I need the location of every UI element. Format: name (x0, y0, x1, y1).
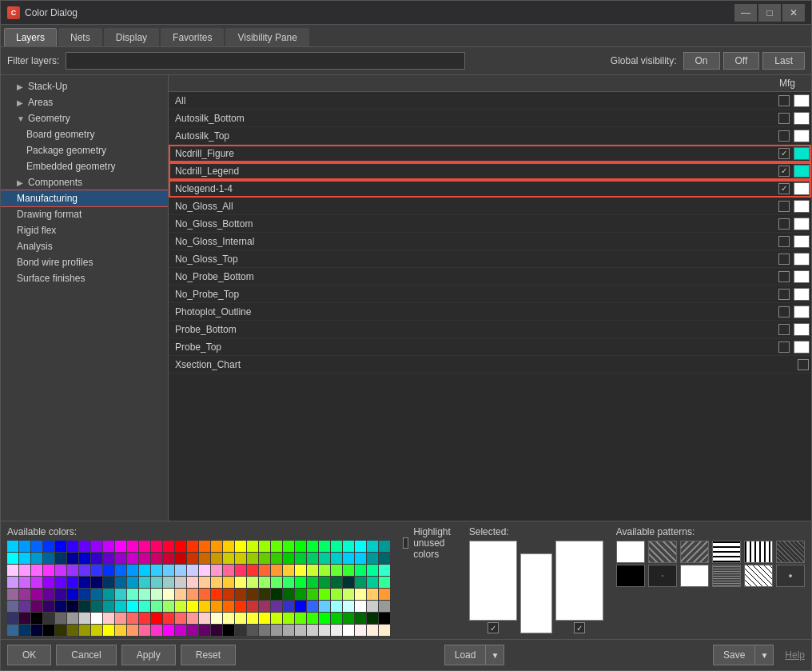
color-cell[interactable] (7, 589, 18, 600)
color-cell[interactable] (175, 589, 186, 600)
color-cell[interactable] (283, 541, 294, 552)
color-cell[interactable] (259, 541, 270, 552)
highlight-unused-checkbox[interactable] (403, 537, 408, 549)
layer-checkbox[interactable] (798, 359, 809, 370)
color-cell[interactable] (7, 577, 18, 588)
color-cell[interactable] (223, 601, 234, 612)
layer-checkbox[interactable] (778, 218, 790, 230)
color-cell[interactable] (247, 625, 258, 636)
color-cell[interactable] (295, 541, 306, 552)
color-cell[interactable] (211, 541, 222, 552)
color-cell[interactable] (151, 589, 162, 600)
color-cell[interactable] (367, 613, 378, 624)
color-cell[interactable] (331, 613, 342, 624)
tab-display[interactable]: Display (104, 28, 159, 46)
color-cell[interactable] (79, 541, 90, 552)
color-cell[interactable] (295, 589, 306, 600)
color-cell[interactable] (19, 565, 30, 576)
color-cell[interactable] (7, 601, 18, 612)
color-cell[interactable] (259, 589, 270, 600)
color-cell[interactable] (247, 613, 258, 624)
pattern-cell[interactable] (680, 565, 709, 587)
color-cell[interactable] (379, 541, 390, 552)
color-cell[interactable] (295, 613, 306, 624)
color-cell[interactable] (223, 541, 234, 552)
color-cell[interactable] (163, 601, 174, 612)
color-cell[interactable] (343, 613, 354, 624)
color-cell[interactable] (223, 565, 234, 576)
color-cell[interactable] (331, 601, 342, 612)
pattern-cell[interactable] (744, 541, 773, 563)
color-cell[interactable] (223, 577, 234, 588)
color-cell[interactable] (175, 577, 186, 588)
color-cell[interactable] (19, 541, 30, 552)
color-cell[interactable] (103, 589, 114, 600)
color-cell[interactable] (163, 553, 174, 564)
color-cell[interactable] (271, 589, 282, 600)
color-cell[interactable] (343, 541, 354, 552)
color-cell[interactable] (307, 565, 318, 576)
layer-color-swatch[interactable] (794, 112, 810, 125)
sidebar-item-stack-up[interactable]: ▶ Stack-Up (1, 78, 168, 94)
color-cell[interactable] (343, 625, 354, 636)
apply-button[interactable]: Apply (121, 645, 176, 665)
color-cell[interactable] (223, 589, 234, 600)
table-row[interactable]: No_Probe_Top (169, 286, 811, 303)
color-cell[interactable] (271, 565, 282, 576)
color-cell[interactable] (307, 541, 318, 552)
color-cell[interactable] (19, 625, 30, 636)
save-dropdown-button[interactable]: ▼ (754, 645, 774, 665)
layer-color-swatch[interactable] (794, 306, 810, 318)
color-cell[interactable] (343, 589, 354, 600)
color-cell[interactable] (43, 589, 54, 600)
tab-layers[interactable]: Layers (4, 28, 57, 46)
pattern-cell[interactable] (648, 565, 677, 587)
layer-checkbox[interactable] (778, 289, 790, 300)
color-cell[interactable] (115, 565, 126, 576)
color-cell[interactable] (367, 541, 378, 552)
sidebar-item-analysis[interactable]: Analysis (1, 238, 168, 254)
pattern-cell[interactable] (776, 541, 805, 563)
color-cell[interactable] (283, 589, 294, 600)
color-cell[interactable] (127, 577, 138, 588)
color-cell[interactable] (175, 553, 186, 564)
color-cell[interactable] (91, 625, 102, 636)
color-cell[interactable] (103, 601, 114, 612)
color-cell[interactable] (55, 613, 66, 624)
color-cell[interactable] (115, 541, 126, 552)
color-cell[interactable] (43, 541, 54, 552)
color-cell[interactable] (319, 625, 330, 636)
sidebar-item-areas[interactable]: ▶ Areas (1, 94, 168, 110)
color-cell[interactable] (31, 577, 42, 588)
table-row[interactable]: No_Gloss_Internal (169, 233, 811, 250)
filter-input[interactable] (66, 52, 465, 70)
table-row[interactable]: All (169, 92, 811, 110)
table-row[interactable]: Photoplot_Outline (169, 303, 811, 321)
color-cell[interactable] (139, 577, 150, 588)
color-cell[interactable] (331, 553, 342, 564)
sidebar-item-board-geometry[interactable]: Board geometry (1, 126, 168, 142)
visibility-last-button[interactable]: Last (762, 52, 805, 70)
color-cell[interactable] (223, 553, 234, 564)
color-cell[interactable] (163, 577, 174, 588)
color-cell[interactable] (79, 565, 90, 576)
color-cell[interactable] (163, 565, 174, 576)
color-cell[interactable] (115, 577, 126, 588)
color-cell[interactable] (235, 613, 246, 624)
sidebar-item-package-geometry[interactable]: Package geometry (1, 142, 168, 158)
color-cell[interactable] (43, 601, 54, 612)
color-cell[interactable] (103, 553, 114, 564)
color-cell[interactable] (259, 625, 270, 636)
color-cell[interactable] (187, 553, 198, 564)
color-cell[interactable] (139, 541, 150, 552)
color-cell[interactable] (343, 601, 354, 612)
color-cell[interactable] (283, 553, 294, 564)
maximize-button[interactable]: □ (758, 4, 781, 22)
pattern-cell[interactable] (776, 565, 805, 587)
color-cell[interactable] (175, 565, 186, 576)
layer-checkbox[interactable] (778, 130, 790, 142)
color-cell[interactable] (379, 601, 390, 612)
color-cell[interactable] (79, 613, 90, 624)
pattern-cell[interactable] (648, 541, 677, 563)
minimize-button[interactable]: — (734, 4, 757, 22)
